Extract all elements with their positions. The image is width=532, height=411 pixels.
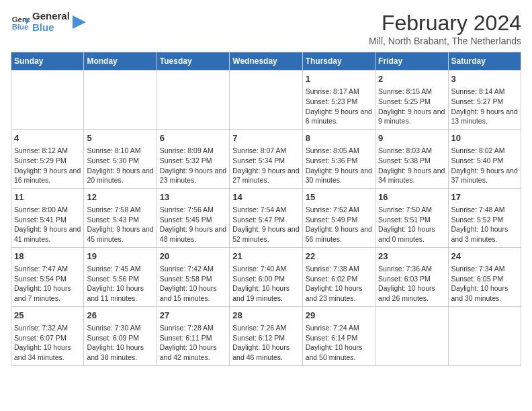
day-number: 17 — [451, 191, 518, 203]
day-info: Sunrise: 7:52 AM Sunset: 5:49 PM Dayligh… — [306, 205, 372, 244]
calendar-cell: 15Sunrise: 7:52 AM Sunset: 5:49 PM Dayli… — [302, 188, 375, 247]
day-number: 14 — [232, 191, 299, 203]
day-number: 27 — [160, 310, 226, 322]
day-info: Sunrise: 8:14 AM Sunset: 5:27 PM Dayligh… — [451, 87, 518, 126]
column-header-monday: Monday — [84, 52, 157, 71]
day-info: Sunrise: 8:17 AM Sunset: 5:23 PM Dayligh… — [306, 87, 372, 126]
day-number: 20 — [160, 250, 226, 263]
calendar-cell: 14Sunrise: 7:54 AM Sunset: 5:47 PM Dayli… — [230, 188, 302, 247]
day-number: 24 — [451, 250, 518, 263]
calendar-cell — [11, 71, 84, 130]
day-number: 5 — [87, 132, 153, 144]
day-info: Sunrise: 8:12 AM Sunset: 5:29 PM Dayligh… — [14, 146, 81, 185]
day-info: Sunrise: 8:09 AM Sunset: 5:32 PM Dayligh… — [160, 146, 226, 185]
day-info: Sunrise: 8:03 AM Sunset: 5:38 PM Dayligh… — [378, 146, 445, 185]
day-info: Sunrise: 7:24 AM Sunset: 6:14 PM Dayligh… — [306, 323, 372, 363]
day-info: Sunrise: 8:10 AM Sunset: 5:30 PM Dayligh… — [87, 146, 153, 185]
day-number: 19 — [87, 250, 153, 263]
day-number: 26 — [87, 310, 153, 322]
day-info: Sunrise: 7:34 AM Sunset: 6:05 PM Dayligh… — [451, 264, 518, 304]
logo-blue: Blue — [32, 22, 70, 34]
calendar-cell: 16Sunrise: 7:50 AM Sunset: 5:51 PM Dayli… — [375, 188, 448, 247]
day-number: 15 — [306, 191, 372, 203]
day-number: 2 — [378, 73, 445, 85]
calendar-cell: 24Sunrise: 7:34 AM Sunset: 6:05 PM Dayli… — [448, 247, 521, 306]
calendar-cell: 23Sunrise: 7:36 AM Sunset: 6:03 PM Dayli… — [375, 247, 448, 306]
logo-arrow-icon — [73, 15, 86, 29]
title-area: February 2024 Mill, North Brabant, The N… — [369, 11, 521, 46]
day-number: 12 — [87, 191, 153, 203]
day-number: 10 — [451, 132, 518, 144]
calendar-cell: 20Sunrise: 7:42 AM Sunset: 5:58 PM Dayli… — [157, 247, 229, 306]
column-header-wednesday: Wednesday — [230, 52, 302, 71]
day-number: 23 — [378, 250, 445, 263]
day-info: Sunrise: 7:42 AM Sunset: 5:58 PM Dayligh… — [160, 264, 226, 304]
calendar-cell: 21Sunrise: 7:40 AM Sunset: 6:00 PM Dayli… — [230, 247, 302, 306]
day-number: 7 — [232, 132, 299, 144]
calendar-cell: 22Sunrise: 7:38 AM Sunset: 6:02 PM Dayli… — [302, 247, 375, 306]
day-number: 6 — [160, 132, 226, 144]
day-info: Sunrise: 8:00 AM Sunset: 5:41 PM Dayligh… — [14, 205, 81, 244]
calendar-cell: 29Sunrise: 7:24 AM Sunset: 6:14 PM Dayli… — [302, 306, 375, 365]
week-row-2: 11Sunrise: 8:00 AM Sunset: 5:41 PM Dayli… — [11, 188, 521, 247]
calendar-cell: 28Sunrise: 7:26 AM Sunset: 6:12 PM Dayli… — [230, 306, 302, 365]
calendar-cell: 25Sunrise: 7:32 AM Sunset: 6:07 PM Dayli… — [11, 306, 84, 365]
calendar-cell: 13Sunrise: 7:56 AM Sunset: 5:45 PM Dayli… — [157, 188, 229, 247]
calendar-cell: 10Sunrise: 8:02 AM Sunset: 5:40 PM Dayli… — [448, 129, 521, 188]
calendar-cell: 27Sunrise: 7:28 AM Sunset: 6:11 PM Dayli… — [157, 306, 229, 365]
calendar-cell: 11Sunrise: 8:00 AM Sunset: 5:41 PM Dayli… — [11, 188, 84, 247]
day-info: Sunrise: 8:15 AM Sunset: 5:25 PM Dayligh… — [378, 87, 445, 126]
day-info: Sunrise: 7:26 AM Sunset: 6:12 PM Dayligh… — [232, 323, 299, 363]
page-header: General Blue General Blue February 2024 … — [11, 11, 521, 46]
day-number: 4 — [14, 132, 81, 144]
calendar-cell: 9Sunrise: 8:03 AM Sunset: 5:38 PM Daylig… — [375, 129, 448, 188]
week-row-0: 1Sunrise: 8:17 AM Sunset: 5:23 PM Daylig… — [11, 71, 521, 130]
logo-general: General — [32, 11, 70, 22]
day-info: Sunrise: 7:56 AM Sunset: 5:45 PM Dayligh… — [160, 205, 226, 244]
week-row-3: 18Sunrise: 7:47 AM Sunset: 5:54 PM Dayli… — [11, 247, 521, 306]
day-number: 18 — [14, 250, 81, 263]
calendar-cell: 1Sunrise: 8:17 AM Sunset: 5:23 PM Daylig… — [302, 71, 375, 130]
calendar-cell: 7Sunrise: 8:07 AM Sunset: 5:34 PM Daylig… — [230, 129, 302, 188]
day-number: 13 — [160, 191, 226, 203]
day-number: 11 — [14, 191, 81, 203]
day-number: 8 — [306, 132, 372, 144]
subtitle: Mill, North Brabant, The Netherlands — [369, 36, 521, 46]
day-info: Sunrise: 7:36 AM Sunset: 6:03 PM Dayligh… — [378, 264, 445, 304]
svg-marker-3 — [73, 15, 86, 29]
calendar-header-row: SundayMondayTuesdayWednesdayThursdayFrid… — [11, 52, 521, 71]
day-info: Sunrise: 7:32 AM Sunset: 6:07 PM Dayligh… — [14, 323, 81, 363]
calendar-cell: 6Sunrise: 8:09 AM Sunset: 5:32 PM Daylig… — [157, 129, 229, 188]
logo: General Blue General Blue — [11, 11, 86, 33]
day-number: 28 — [232, 310, 299, 322]
calendar-cell: 26Sunrise: 7:30 AM Sunset: 6:09 PM Dayli… — [84, 306, 157, 365]
day-info: Sunrise: 7:47 AM Sunset: 5:54 PM Dayligh… — [14, 264, 81, 304]
calendar-cell — [375, 306, 448, 365]
calendar-cell: 12Sunrise: 7:58 AM Sunset: 5:43 PM Dayli… — [84, 188, 157, 247]
calendar-cell — [448, 306, 521, 365]
calendar-table: SundayMondayTuesdayWednesdayThursdayFrid… — [11, 52, 521, 366]
day-info: Sunrise: 7:38 AM Sunset: 6:02 PM Dayligh… — [306, 264, 372, 304]
day-number: 25 — [14, 310, 81, 322]
column-header-sunday: Sunday — [11, 52, 84, 71]
calendar-cell — [230, 71, 302, 130]
day-info: Sunrise: 7:54 AM Sunset: 5:47 PM Dayligh… — [232, 205, 299, 244]
day-info: Sunrise: 7:28 AM Sunset: 6:11 PM Dayligh… — [160, 323, 226, 363]
day-info: Sunrise: 7:30 AM Sunset: 6:09 PM Dayligh… — [87, 323, 153, 363]
calendar-cell: 19Sunrise: 7:45 AM Sunset: 5:56 PM Dayli… — [84, 247, 157, 306]
day-info: Sunrise: 7:50 AM Sunset: 5:51 PM Dayligh… — [378, 205, 445, 244]
main-title: February 2024 — [369, 11, 521, 36]
day-info: Sunrise: 7:45 AM Sunset: 5:56 PM Dayligh… — [87, 264, 153, 304]
calendar-cell: 18Sunrise: 7:47 AM Sunset: 5:54 PM Dayli… — [11, 247, 84, 306]
day-number: 21 — [232, 250, 299, 263]
week-row-1: 4Sunrise: 8:12 AM Sunset: 5:29 PM Daylig… — [11, 129, 521, 188]
calendar-body: 1Sunrise: 8:17 AM Sunset: 5:23 PM Daylig… — [11, 71, 521, 366]
day-info: Sunrise: 8:05 AM Sunset: 5:36 PM Dayligh… — [306, 146, 372, 185]
calendar-cell: 8Sunrise: 8:05 AM Sunset: 5:36 PM Daylig… — [302, 129, 375, 188]
calendar-cell: 3Sunrise: 8:14 AM Sunset: 5:27 PM Daylig… — [448, 71, 521, 130]
logo-icon: General Blue — [11, 13, 30, 32]
day-number: 9 — [378, 132, 445, 144]
day-info: Sunrise: 7:48 AM Sunset: 5:52 PM Dayligh… — [451, 205, 518, 244]
column-header-saturday: Saturday — [448, 52, 521, 71]
calendar-cell: 2Sunrise: 8:15 AM Sunset: 5:25 PM Daylig… — [375, 71, 448, 130]
